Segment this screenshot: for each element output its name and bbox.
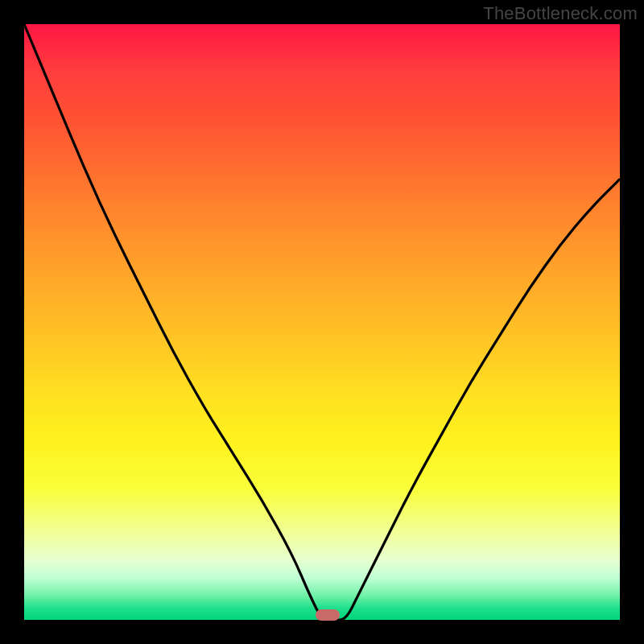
- plot-area: [24, 24, 620, 620]
- curve-svg: [24, 24, 620, 620]
- watermark-text: TheBottleneck.com: [483, 3, 638, 24]
- optimum-marker: [316, 609, 340, 621]
- chart-frame: TheBottleneck.com: [0, 0, 644, 644]
- bottleneck-curve: [24, 24, 620, 620]
